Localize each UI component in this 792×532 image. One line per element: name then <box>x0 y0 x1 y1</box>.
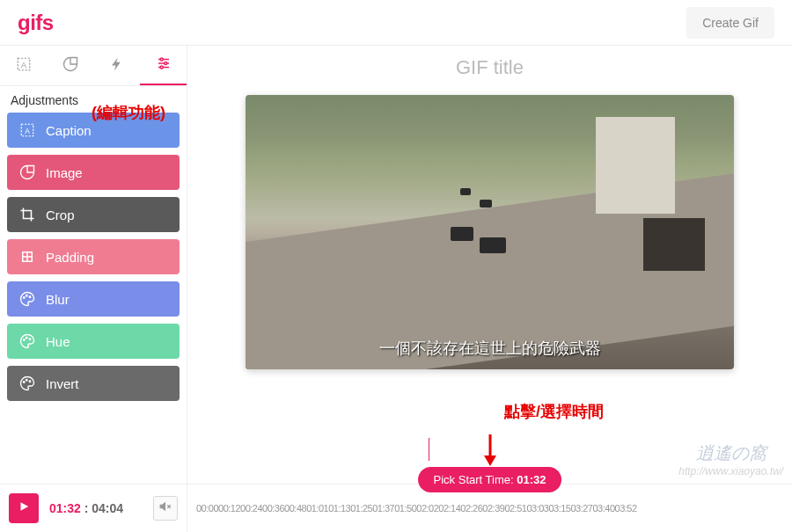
adj-label: Image <box>46 165 83 180</box>
annotation-click-time: 點擊/選擇時間 <box>504 401 604 422</box>
create-gif-button[interactable]: Create Gif <box>686 7 774 39</box>
svg-point-20 <box>26 380 28 382</box>
adj-crop[interactable]: Crop <box>7 197 180 232</box>
pick-start-time-button[interactable]: Pick Start Time: 01:32 <box>418 467 562 492</box>
svg-point-13 <box>24 297 26 299</box>
padding-icon <box>19 249 35 265</box>
mute-button[interactable] <box>153 496 178 521</box>
tab-effects[interactable] <box>93 46 140 85</box>
palette-icon <box>19 291 35 307</box>
tool-tabs: A <box>0 46 187 86</box>
svg-point-18 <box>29 339 31 340</box>
palette-icon <box>19 333 35 349</box>
svg-point-19 <box>24 382 26 383</box>
adj-label: Crop <box>46 208 75 222</box>
svg-text:A: A <box>25 128 30 135</box>
adj-blur[interactable]: Blur <box>7 281 180 317</box>
time-display: 01:32 : 04:04 <box>49 501 123 515</box>
svg-point-21 <box>29 381 31 383</box>
timeline[interactable]: 00:0000:1200:2400:3600:4801:0101:1301:25… <box>187 503 792 514</box>
adj-label: Hue <box>46 334 70 349</box>
adj-padding[interactable]: Padding <box>7 239 180 274</box>
svg-point-7 <box>160 66 163 69</box>
sliders-icon <box>156 55 172 75</box>
svg-point-16 <box>24 339 26 341</box>
svg-point-14 <box>26 295 28 297</box>
adj-invert[interactable]: Invert <box>7 366 180 401</box>
svg-text:A: A <box>20 60 26 69</box>
adj-label: Caption <box>46 123 92 138</box>
crop-icon <box>19 207 35 222</box>
play-icon <box>18 500 30 516</box>
sticker-icon <box>19 164 35 180</box>
timeline-playhead[interactable] <box>429 438 429 461</box>
pick-time-label: Pick Start Time: <box>434 473 514 486</box>
adj-image[interactable]: Image <box>7 155 180 190</box>
video-preview[interactable]: 一個不該存在這世上的危險武器 <box>246 95 734 369</box>
total-time: 04:04 <box>92 501 123 515</box>
svg-point-17 <box>26 338 28 339</box>
app-logo[interactable]: gifs <box>18 11 54 35</box>
svg-point-6 <box>164 62 166 64</box>
adj-label: Blur <box>46 292 70 307</box>
caption-icon: A <box>19 122 35 138</box>
svg-marker-23 <box>484 455 496 466</box>
adjustments-list: A Caption Image Crop Padding Blur Hue <box>0 113 187 484</box>
palette-icon <box>19 375 35 391</box>
svg-point-15 <box>29 296 31 298</box>
lightning-icon <box>109 56 125 76</box>
timeline-ticks: 00:0000:1200:2400:3600:4801:0101:1301:25… <box>196 503 637 514</box>
adj-label: Invert <box>46 376 79 391</box>
adj-hue[interactable]: Hue <box>7 324 180 359</box>
content-area: GIF title 一個不該存在這世上的危險武器 Pick Start Time… <box>187 46 792 484</box>
playback-controls: 01:32 : 04:04 <box>0 485 187 532</box>
svg-point-5 <box>160 58 163 61</box>
video-subtitle: 一個不該存在這世上的危險武器 <box>246 338 734 359</box>
current-time: 01:32 <box>49 501 81 515</box>
tab-caption[interactable]: A <box>0 46 47 85</box>
arrow-down-annotation <box>481 434 499 470</box>
annotation-edit-feature: (編輯功能) <box>92 102 165 123</box>
sticker-icon <box>62 56 78 76</box>
play-button[interactable] <box>9 493 39 523</box>
gif-title-input[interactable]: GIF title <box>456 56 524 79</box>
watermark: 逍遙の窩 http://www.xiaoyao.tw/ <box>678 441 783 477</box>
mute-icon <box>159 500 172 516</box>
tab-sticker[interactable] <box>47 46 93 85</box>
tab-adjustments[interactable] <box>140 46 187 85</box>
adj-label: Padding <box>46 250 94 265</box>
caption-stroke-icon: A <box>16 56 32 76</box>
pick-time-value: 01:32 <box>517 473 546 486</box>
